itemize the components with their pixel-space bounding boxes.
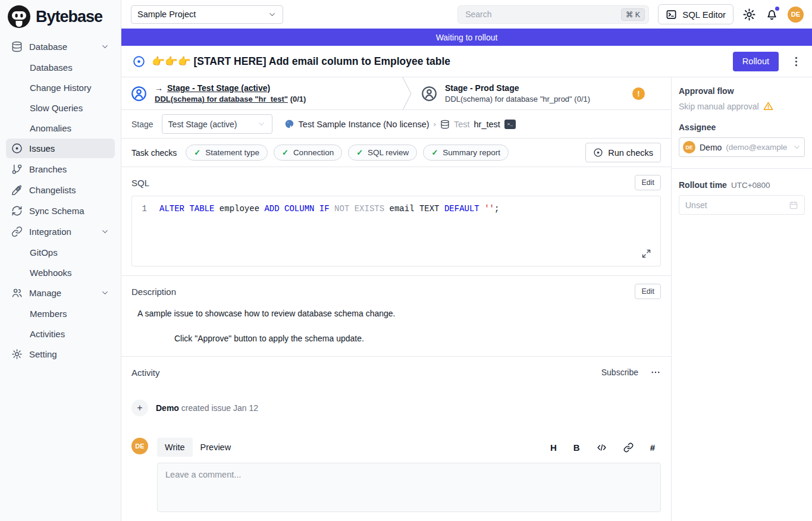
sidebar-item-issues[interactable]: Issues <box>6 139 115 158</box>
brand-logo[interactable]: Bytebase <box>0 0 121 31</box>
gear-icon <box>11 349 23 360</box>
sidebar-item-integration[interactable]: Integration <box>6 222 115 241</box>
stage-select[interactable]: Test Stage (active) <box>162 114 272 134</box>
sidebar-item-webhooks[interactable]: Webhooks <box>6 263 115 282</box>
comment-editor-block: DE Write Preview H B # <box>131 438 661 521</box>
brand-name: Bytebase <box>36 8 102 26</box>
sql-code-line: 1ALTER TABLE employee ADD COLUMN IF NOT … <box>132 203 660 215</box>
check-pill-summary-report[interactable]: ✓Summary report <box>423 145 509 161</box>
sidebar-item-databases[interactable]: Databases <box>6 58 115 77</box>
expand-icon[interactable] <box>641 249 651 259</box>
ellipsis-menu-icon[interactable] <box>650 367 661 378</box>
sidebar-item-members[interactable]: Members <box>6 304 115 323</box>
status-banner: Waiting to rollout <box>121 29 812 46</box>
issue-status-circle-dot-icon <box>133 55 145 68</box>
stage-label: Stage <box>131 120 153 129</box>
rollout-time-input[interactable]: Unset <box>679 195 805 215</box>
notifications-bell-icon[interactable] <box>765 8 779 21</box>
code-icon[interactable] <box>597 442 607 453</box>
comment-input[interactable] <box>157 463 661 512</box>
check-pill-sql-review[interactable]: ✓SQL review <box>348 145 417 161</box>
sidebar-item-anomalies[interactable]: Anomalies <box>6 118 115 137</box>
main-column: Sample Project Search ⌘ K SQL Editor DE <box>121 0 812 521</box>
comment-avatar: DE <box>131 438 148 454</box>
database-icon <box>440 120 450 129</box>
postgresql-icon <box>284 119 294 129</box>
sidebar-item-changelists[interactable]: Changelists <box>6 180 115 200</box>
activity-title: Activity <box>131 368 160 378</box>
chevron-down-icon <box>257 120 266 128</box>
kebab-menu-icon[interactable] <box>790 55 802 68</box>
sidebar-item-sync-schema[interactable]: Sync Schema <box>6 201 115 221</box>
sidebar-item-activities[interactable]: Activities <box>6 324 115 343</box>
sql-section: SQL Edit 1ALTER TABLE employee ADD COLUM… <box>121 167 671 276</box>
stage-selector-row: Stage Test Stage (active) Test Sample In… <box>121 110 671 139</box>
chevron-down-icon <box>268 10 277 19</box>
tab-preview[interactable]: Preview <box>193 438 239 457</box>
calendar-icon <box>789 200 798 210</box>
check-icon: ✓ <box>356 148 363 157</box>
stage-prod[interactable]: Stage - Prod Stage DDL(schema) for datab… <box>412 77 671 109</box>
hash-icon[interactable]: # <box>650 442 655 453</box>
check-icon: ✓ <box>431 148 438 157</box>
check-pill-statement-type[interactable]: ✓Statement type <box>186 145 268 161</box>
run-circle-icon <box>593 147 603 158</box>
check-pill-connection[interactable]: ✓Connection <box>274 145 342 161</box>
search-input[interactable]: Search ⌘ K <box>457 5 649 24</box>
content-main: →Stage - Test Stage (active) DDL(schema)… <box>121 77 671 521</box>
sidebar-item-slow-queries[interactable]: Slow Queries <box>6 98 115 117</box>
activity-item: + Demo created issue Jan 12 <box>131 400 661 416</box>
description-section: Description Edit A sample issue to showc… <box>121 276 671 357</box>
bold-icon[interactable]: B <box>573 442 580 453</box>
link-icon[interactable] <box>623 442 634 453</box>
rollout-time-timezone: UTC+0800 <box>731 181 770 190</box>
sql-code-editor[interactable]: 1ALTER TABLE employee ADD COLUMN IF NOT … <box>131 196 661 266</box>
content-row: →Stage - Test Stage (active) DDL(schema)… <box>121 77 812 521</box>
stage-test-labels: →Stage - Test Stage (active) DDL(schema)… <box>155 83 306 103</box>
search-placeholder: Search <box>465 10 491 19</box>
assignee-title: Assignee <box>679 123 805 132</box>
stage-test[interactable]: →Stage - Test Stage (active) DDL(schema)… <box>121 77 402 109</box>
subscribe-button[interactable]: Subscribe <box>601 368 638 377</box>
sidebar-item-manage[interactable]: Manage <box>6 283 115 303</box>
page-title: 👉👉👉 [START HERE] Add email column to Emp… <box>152 55 450 68</box>
description-title: Description <box>131 287 176 297</box>
tab-write[interactable]: Write <box>157 438 193 457</box>
current-stage-arrow: → <box>155 83 163 93</box>
sidebar-item-branches[interactable]: Branches <box>6 159 115 179</box>
sql-section-title: SQL <box>131 178 149 188</box>
assignee-select[interactable]: DE Demo (demo@example <box>679 137 805 157</box>
sidebar-item-database[interactable]: Database <box>6 37 115 57</box>
rollout-button[interactable]: Rollout <box>733 52 779 71</box>
sql-edit-button[interactable]: Edit <box>635 175 661 190</box>
sync-icon <box>11 205 23 216</box>
title-emoji: 👉👉👉 <box>152 55 191 67</box>
search-shortcut-kbd: ⌘ K <box>621 8 645 21</box>
sidebar-item-setting[interactable]: Setting <box>6 344 115 364</box>
database-name[interactable]: hr_test <box>474 120 500 129</box>
check-icon: ✓ <box>282 148 289 157</box>
environment-name: Test <box>454 120 470 129</box>
activity-actor[interactable]: Demo <box>156 403 179 413</box>
description-edit-button[interactable]: Edit <box>635 284 661 299</box>
comment-editor-toolbar: Write Preview H B # <box>157 438 661 457</box>
sidebar-nav: Database Databases Change History Slow Q… <box>0 31 121 364</box>
stage-separator <box>402 77 412 109</box>
sidebar-item-change-history[interactable]: Change History <box>6 78 115 97</box>
line-number: 1 <box>132 203 159 215</box>
user-avatar[interactable]: DE <box>788 7 804 23</box>
topbar: Sample Project Search ⌘ K SQL Editor DE <box>121 0 812 29</box>
notification-badge <box>775 7 779 11</box>
check-icon: ✓ <box>194 148 200 157</box>
settings-gear-icon[interactable] <box>742 8 756 21</box>
activity-section: Activity Subscribe + Demo created issue … <box>121 357 671 521</box>
sidebar: Bytebase Database Databases Change Histo… <box>0 0 121 521</box>
sidebar-item-gitops[interactable]: GitOps <box>6 243 115 262</box>
open-sql-editor-icon[interactable]: >_ <box>504 120 516 129</box>
project-select[interactable]: Sample Project <box>131 5 283 24</box>
instance-name[interactable]: Test Sample Instance (No license) <box>299 120 429 129</box>
sql-editor-button[interactable]: SQL Editor <box>658 4 733 24</box>
instance-breadcrumb: Test Sample Instance (No license) › Test… <box>284 119 516 129</box>
run-checks-button[interactable]: Run checks <box>585 143 661 162</box>
heading-icon[interactable]: H <box>550 442 557 453</box>
